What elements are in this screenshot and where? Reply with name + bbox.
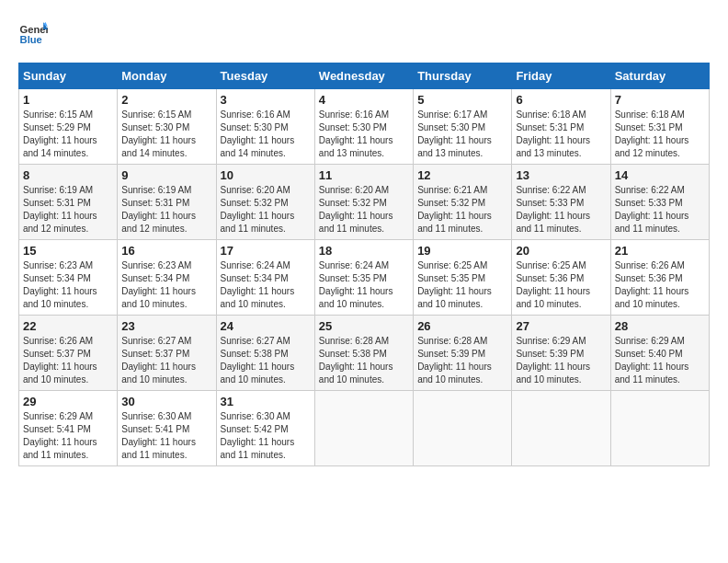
calendar-cell: 29 Sunrise: 6:29 AMSunset: 5:41 PMDaylig… xyxy=(19,391,118,466)
day-number: 21 xyxy=(615,244,705,258)
day-number: 31 xyxy=(221,395,311,408)
day-info: Sunrise: 6:16 AMSunset: 5:30 PMDaylight:… xyxy=(221,109,311,160)
calendar-table: SundayMondayTuesdayWednesdayThursdayFrid… xyxy=(18,63,710,466)
day-info: Sunrise: 6:15 AMSunset: 5:30 PMDaylight:… xyxy=(121,109,211,160)
calendar-cell: 28 Sunrise: 6:29 AMSunset: 5:40 PMDaylig… xyxy=(610,316,709,391)
day-info: Sunrise: 6:20 AMSunset: 5:32 PMDaylight:… xyxy=(319,184,409,236)
day-info: Sunrise: 6:16 AMSunset: 5:30 PMDaylight:… xyxy=(319,109,409,160)
calendar-cell: 8 Sunrise: 6:19 AMSunset: 5:31 PMDayligh… xyxy=(19,165,118,240)
day-info: Sunrise: 6:29 AMSunset: 5:40 PMDaylight:… xyxy=(615,335,705,386)
calendar-cell xyxy=(414,391,512,466)
calendar-cell: 14 Sunrise: 6:22 AMSunset: 5:33 PMDaylig… xyxy=(610,165,709,240)
day-info: Sunrise: 6:24 AMSunset: 5:35 PMDaylight:… xyxy=(319,259,409,311)
day-number: 13 xyxy=(516,168,606,182)
day-info: Sunrise: 6:23 AMSunset: 5:34 PMDaylight:… xyxy=(23,259,113,311)
day-info: Sunrise: 6:27 AMSunset: 5:38 PMDaylight:… xyxy=(221,335,311,386)
day-info: Sunrise: 6:18 AMSunset: 5:31 PMDaylight:… xyxy=(516,109,606,160)
day-info: Sunrise: 6:29 AMSunset: 5:41 PMDaylight:… xyxy=(23,410,113,462)
day-number: 24 xyxy=(221,319,311,333)
calendar-cell: 19 Sunrise: 6:25 AMSunset: 5:35 PMDaylig… xyxy=(414,240,512,316)
day-number: 8 xyxy=(23,168,113,182)
day-number: 16 xyxy=(121,244,211,258)
calendar-cell: 7 Sunrise: 6:18 AMSunset: 5:31 PMDayligh… xyxy=(610,89,709,165)
weekday-header-friday: Friday xyxy=(512,63,610,89)
calendar-cell: 24 Sunrise: 6:27 AMSunset: 5:38 PMDaylig… xyxy=(216,316,314,391)
calendar-cell xyxy=(610,391,709,466)
logo: General Blue xyxy=(18,18,48,48)
day-number: 17 xyxy=(221,244,311,258)
day-info: Sunrise: 6:25 AMSunset: 5:36 PMDaylight:… xyxy=(516,259,606,311)
day-number: 4 xyxy=(319,93,409,107)
calendar-cell: 12 Sunrise: 6:21 AMSunset: 5:32 PMDaylig… xyxy=(414,165,512,240)
weekday-header-tuesday: Tuesday xyxy=(216,63,314,89)
calendar-cell: 22 Sunrise: 6:26 AMSunset: 5:37 PMDaylig… xyxy=(19,316,118,391)
day-number: 30 xyxy=(121,395,211,408)
day-number: 6 xyxy=(516,93,606,107)
calendar-cell: 21 Sunrise: 6:26 AMSunset: 5:36 PMDaylig… xyxy=(610,240,709,316)
day-info: Sunrise: 6:27 AMSunset: 5:37 PMDaylight:… xyxy=(121,335,211,386)
weekday-header-saturday: Saturday xyxy=(610,63,709,89)
day-number: 29 xyxy=(23,395,113,408)
day-number: 1 xyxy=(23,93,113,107)
day-number: 19 xyxy=(417,244,507,258)
day-number: 11 xyxy=(319,168,409,182)
day-info: Sunrise: 6:19 AMSunset: 5:31 PMDaylight:… xyxy=(23,184,113,236)
day-number: 27 xyxy=(516,319,606,333)
day-number: 20 xyxy=(516,244,606,258)
day-info: Sunrise: 6:26 AMSunset: 5:37 PMDaylight:… xyxy=(23,335,113,386)
logo-icon: General Blue xyxy=(18,18,48,48)
calendar-cell xyxy=(314,391,413,466)
calendar-cell: 26 Sunrise: 6:28 AMSunset: 5:39 PMDaylig… xyxy=(414,316,512,391)
day-number: 14 xyxy=(615,168,705,182)
day-number: 15 xyxy=(23,244,113,258)
calendar-cell: 2 Sunrise: 6:15 AMSunset: 5:30 PMDayligh… xyxy=(118,89,216,165)
day-info: Sunrise: 6:22 AMSunset: 5:33 PMDaylight:… xyxy=(516,184,606,236)
day-number: 12 xyxy=(417,168,507,182)
calendar-cell: 18 Sunrise: 6:24 AMSunset: 5:35 PMDaylig… xyxy=(314,240,413,316)
day-info: Sunrise: 6:23 AMSunset: 5:34 PMDaylight:… xyxy=(121,259,211,311)
svg-text:Blue: Blue xyxy=(20,34,42,45)
day-number: 23 xyxy=(121,319,211,333)
weekday-header-wednesday: Wednesday xyxy=(314,63,413,89)
page-header: General Blue xyxy=(18,18,710,48)
weekday-header-sunday: Sunday xyxy=(19,63,118,89)
calendar-cell: 11 Sunrise: 6:20 AMSunset: 5:32 PMDaylig… xyxy=(314,165,413,240)
day-number: 7 xyxy=(615,93,705,107)
calendar-cell: 27 Sunrise: 6:29 AMSunset: 5:39 PMDaylig… xyxy=(512,316,610,391)
calendar-cell xyxy=(512,391,610,466)
calendar-cell: 20 Sunrise: 6:25 AMSunset: 5:36 PMDaylig… xyxy=(512,240,610,316)
calendar-cell: 30 Sunrise: 6:30 AMSunset: 5:41 PMDaylig… xyxy=(118,391,216,466)
calendar-cell: 6 Sunrise: 6:18 AMSunset: 5:31 PMDayligh… xyxy=(512,89,610,165)
day-info: Sunrise: 6:30 AMSunset: 5:41 PMDaylight:… xyxy=(121,410,211,462)
calendar-cell: 23 Sunrise: 6:27 AMSunset: 5:37 PMDaylig… xyxy=(118,316,216,391)
calendar-cell: 31 Sunrise: 6:30 AMSunset: 5:42 PMDaylig… xyxy=(216,391,314,466)
day-number: 18 xyxy=(319,244,409,258)
calendar-cell: 13 Sunrise: 6:22 AMSunset: 5:33 PMDaylig… xyxy=(512,165,610,240)
calendar-cell: 4 Sunrise: 6:16 AMSunset: 5:30 PMDayligh… xyxy=(314,89,413,165)
calendar-cell: 25 Sunrise: 6:28 AMSunset: 5:38 PMDaylig… xyxy=(314,316,413,391)
weekday-header-monday: Monday xyxy=(118,63,216,89)
calendar-cell: 3 Sunrise: 6:16 AMSunset: 5:30 PMDayligh… xyxy=(216,89,314,165)
day-info: Sunrise: 6:25 AMSunset: 5:35 PMDaylight:… xyxy=(417,259,507,311)
day-info: Sunrise: 6:26 AMSunset: 5:36 PMDaylight:… xyxy=(615,259,705,311)
day-info: Sunrise: 6:17 AMSunset: 5:30 PMDaylight:… xyxy=(417,109,507,160)
day-number: 3 xyxy=(221,93,311,107)
calendar-cell: 15 Sunrise: 6:23 AMSunset: 5:34 PMDaylig… xyxy=(19,240,118,316)
day-info: Sunrise: 6:15 AMSunset: 5:29 PMDaylight:… xyxy=(23,109,113,160)
calendar-cell: 10 Sunrise: 6:20 AMSunset: 5:32 PMDaylig… xyxy=(216,165,314,240)
day-info: Sunrise: 6:19 AMSunset: 5:31 PMDaylight:… xyxy=(121,184,211,236)
day-number: 2 xyxy=(121,93,211,107)
day-info: Sunrise: 6:28 AMSunset: 5:39 PMDaylight:… xyxy=(417,335,507,386)
day-info: Sunrise: 6:22 AMSunset: 5:33 PMDaylight:… xyxy=(615,184,705,236)
day-number: 22 xyxy=(23,319,113,333)
day-number: 5 xyxy=(417,93,507,107)
day-info: Sunrise: 6:28 AMSunset: 5:38 PMDaylight:… xyxy=(319,335,409,386)
day-number: 26 xyxy=(417,319,507,333)
day-number: 25 xyxy=(319,319,409,333)
calendar-cell: 17 Sunrise: 6:24 AMSunset: 5:34 PMDaylig… xyxy=(216,240,314,316)
day-info: Sunrise: 6:29 AMSunset: 5:39 PMDaylight:… xyxy=(516,335,606,386)
day-info: Sunrise: 6:30 AMSunset: 5:42 PMDaylight:… xyxy=(221,410,311,462)
day-info: Sunrise: 6:21 AMSunset: 5:32 PMDaylight:… xyxy=(417,184,507,236)
calendar-cell: 16 Sunrise: 6:23 AMSunset: 5:34 PMDaylig… xyxy=(118,240,216,316)
day-number: 9 xyxy=(121,168,211,182)
